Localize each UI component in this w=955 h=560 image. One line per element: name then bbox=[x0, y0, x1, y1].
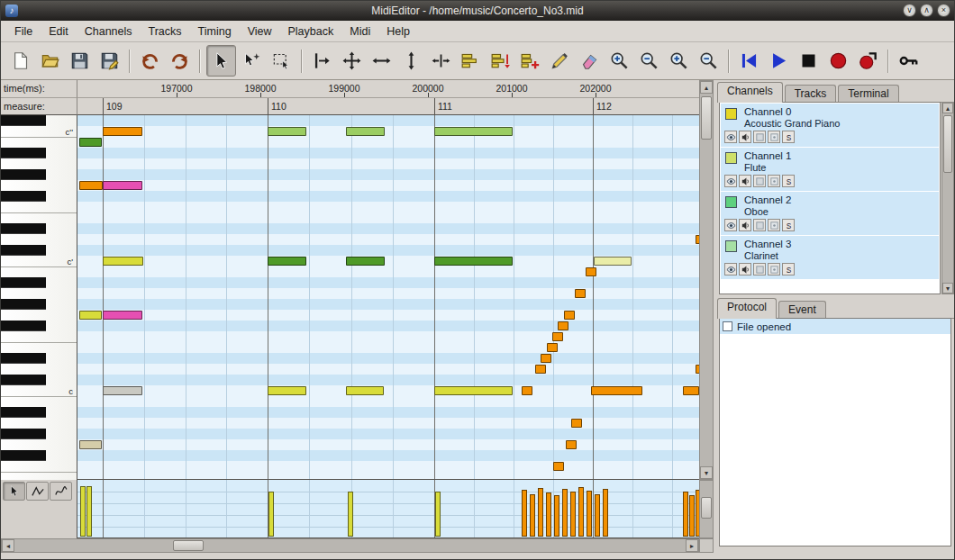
protocol-entry[interactable]: File opened bbox=[720, 319, 950, 334]
midi-note[interactable] bbox=[586, 267, 596, 276]
piano-roll-grid[interactable] bbox=[77, 115, 699, 480]
zoom-vertical-out-button[interactable] bbox=[695, 46, 723, 76]
speaker-button[interactable] bbox=[739, 131, 751, 143]
piano-black-key[interactable] bbox=[1, 191, 46, 202]
move-all-tool-button[interactable] bbox=[338, 46, 366, 76]
midi-note[interactable] bbox=[575, 289, 586, 298]
stretch-tool-button[interactable] bbox=[427, 46, 455, 76]
select-velocity-tool-button[interactable] bbox=[3, 482, 25, 501]
piano-black-key[interactable] bbox=[1, 450, 46, 461]
piano-black-key[interactable] bbox=[1, 375, 46, 385]
channel-entry-0[interactable]: Channel 0Acoustic Grand PianoS bbox=[721, 104, 939, 147]
undo-button[interactable] bbox=[136, 46, 164, 76]
channel-scroll-handle[interactable] bbox=[943, 115, 952, 173]
midi-note[interactable] bbox=[566, 440, 577, 449]
stop-button[interactable] bbox=[795, 46, 823, 76]
velocity-bar[interactable] bbox=[530, 494, 535, 537]
velocity-bar[interactable] bbox=[86, 486, 92, 537]
midi-note[interactable] bbox=[268, 257, 306, 266]
midi-note[interactable] bbox=[103, 257, 143, 266]
piano-black-key[interactable] bbox=[1, 148, 46, 158]
lock-button[interactable] bbox=[768, 263, 780, 275]
velocity-bar[interactable] bbox=[689, 495, 695, 537]
solo-button[interactable]: S bbox=[782, 175, 795, 187]
velocity-bar[interactable] bbox=[570, 492, 576, 537]
midi-note[interactable] bbox=[346, 257, 385, 266]
open-file-button[interactable] bbox=[36, 46, 64, 76]
midi-note[interactable] bbox=[268, 386, 306, 395]
vertical-scrollbar[interactable]: ▴ ▾ bbox=[699, 80, 714, 480]
velocity-scrollbar[interactable] bbox=[699, 480, 714, 538]
velocity-bar[interactable] bbox=[80, 486, 86, 537]
scroll-up-button[interactable]: ▴ bbox=[700, 81, 713, 94]
zoom-vertical-in-button[interactable] bbox=[665, 46, 693, 76]
piano-black-key[interactable] bbox=[1, 407, 46, 418]
midi-note[interactable] bbox=[522, 386, 532, 395]
midi-note[interactable] bbox=[552, 332, 563, 341]
velocity-bar[interactable] bbox=[595, 494, 600, 537]
mute-button[interactable] bbox=[753, 131, 766, 143]
piano-black-key[interactable] bbox=[1, 169, 46, 180]
velocity-bar[interactable] bbox=[587, 491, 592, 537]
scroll-left-button[interactable]: ◂ bbox=[2, 539, 14, 552]
move-vertical-tool-button[interactable] bbox=[397, 46, 425, 76]
channel-entry-3[interactable]: Channel 3ClarinetS bbox=[721, 236, 939, 279]
midi-note[interactable] bbox=[564, 311, 575, 320]
channel-scroll-down-button[interactable]: ▾ bbox=[942, 283, 953, 294]
panel-tab-channels[interactable]: Channels bbox=[717, 82, 783, 103]
menu-file[interactable]: File bbox=[6, 23, 41, 41]
scroll-right-button[interactable]: ▸ bbox=[686, 539, 698, 552]
piano-black-key[interactable] bbox=[1, 353, 46, 364]
midi-note[interactable] bbox=[103, 127, 142, 136]
minimize-button[interactable]: ∨ bbox=[903, 4, 916, 17]
eye-button[interactable] bbox=[724, 175, 737, 187]
panel-tab-terminal[interactable]: Terminal bbox=[838, 85, 898, 103]
maximize-button[interactable]: ∧ bbox=[920, 4, 933, 17]
quantize-tool-button[interactable] bbox=[487, 46, 514, 76]
menu-help[interactable]: Help bbox=[378, 23, 418, 41]
menu-edit[interactable]: Edit bbox=[41, 23, 77, 41]
speaker-button[interactable] bbox=[739, 219, 751, 231]
lock-button[interactable] bbox=[768, 219, 780, 231]
midi-note[interactable] bbox=[79, 440, 102, 449]
back-to-begin-button[interactable] bbox=[735, 46, 763, 76]
velocity-bar[interactable] bbox=[554, 495, 559, 537]
menu-channels[interactable]: Channels bbox=[77, 23, 141, 41]
equalize-tool-button[interactable] bbox=[457, 46, 485, 76]
piano-black-key[interactable] bbox=[1, 299, 46, 310]
velocity-bar[interactable] bbox=[538, 488, 543, 537]
velocity-bar[interactable] bbox=[435, 492, 441, 537]
piano-black-key[interactable] bbox=[1, 223, 46, 234]
solo-button[interactable]: S bbox=[782, 263, 795, 275]
solo-button[interactable]: S bbox=[782, 131, 795, 143]
midi-note[interactable] bbox=[346, 386, 384, 395]
new-file-button[interactable] bbox=[6, 46, 34, 76]
move-horizontal-tool-button[interactable] bbox=[368, 46, 396, 76]
lock-button[interactable] bbox=[768, 175, 780, 187]
v-scroll-handle[interactable] bbox=[701, 96, 712, 140]
standard-tool-button[interactable] bbox=[206, 45, 236, 77]
velocity-bar[interactable] bbox=[268, 492, 274, 537]
midi-note[interactable] bbox=[346, 127, 385, 136]
velocity-bar[interactable] bbox=[522, 490, 527, 537]
redo-button[interactable] bbox=[166, 46, 194, 76]
menu-playback[interactable]: Playback bbox=[280, 23, 342, 41]
speaker-button[interactable] bbox=[739, 175, 751, 187]
midi-note[interactable] bbox=[591, 386, 642, 395]
zoom-horizontal-in-button[interactable] bbox=[605, 46, 633, 76]
midi-note[interactable] bbox=[434, 386, 513, 395]
midi-note[interactable] bbox=[103, 311, 142, 320]
velocity-bar[interactable] bbox=[603, 489, 608, 537]
bottom-tab-event[interactable]: Event bbox=[778, 301, 826, 319]
tweak-tool-button[interactable] bbox=[516, 46, 544, 76]
piano-black-key[interactable] bbox=[1, 321, 46, 331]
midi-note[interactable] bbox=[79, 311, 102, 320]
menu-midi[interactable]: Midi bbox=[341, 23, 378, 41]
channel-entry-2[interactable]: Channel 2OboeS bbox=[721, 192, 939, 235]
eye-button[interactable] bbox=[724, 131, 737, 143]
velocity-bar[interactable] bbox=[546, 492, 551, 537]
menu-timing[interactable]: Timing bbox=[190, 23, 240, 41]
velocity-bar[interactable] bbox=[348, 492, 353, 537]
save-as-button[interactable] bbox=[96, 46, 123, 76]
zoom-horizontal-out-button[interactable] bbox=[635, 46, 663, 76]
